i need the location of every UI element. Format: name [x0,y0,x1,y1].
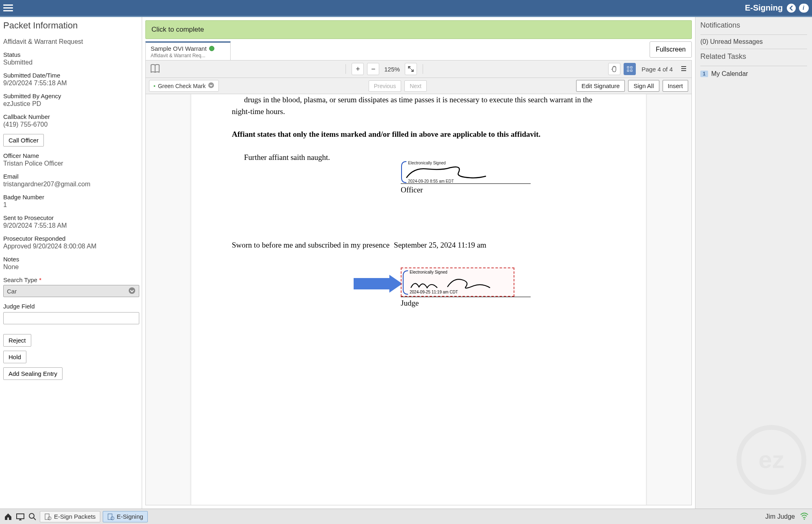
monitor-icon[interactable] [15,512,25,522]
judge-field-input[interactable] [3,312,139,324]
click-to-complete-bar[interactable]: Click to complete [145,20,692,39]
wifi-icon [800,511,809,522]
current-user: Jim Judge [765,513,795,520]
hold-button[interactable]: Hold [3,351,26,363]
unread-messages[interactable]: (0) Unread Messages [700,38,807,45]
task-count-badge: 1 [700,71,708,77]
doc-type-value: Affidavit & Warrant Request [3,38,142,45]
more-menu-icon[interactable] [680,65,687,73]
officer-signature: Electronically Signed 2024-09-20 8:55 am… [401,161,494,183]
submitted-date-label: Submitted Date/Time [3,72,142,79]
chevron-down-icon [208,82,214,90]
submitted-date-value: 9/20/2024 7:55:18 AM [3,80,142,87]
notifications-title: Notifications [700,21,807,30]
zoom-out-button[interactable]: − [367,63,379,75]
info-icon[interactable]: i [799,4,808,13]
svg-point-12 [29,513,34,518]
notes-label: Notes [3,256,142,263]
search-type-value: Car [7,288,17,295]
status-dot-icon [209,46,214,51]
prosecutor-responded-label: Prosecutor Responded [3,235,142,242]
status-label: Status [3,51,142,58]
svg-point-14 [48,517,51,520]
right-panel: Notifications (0) Unread Messages Relate… [695,17,812,509]
back-icon[interactable] [787,4,796,13]
bottom-bar: E-Sign Packets E-Signing Jim Judge [0,509,812,524]
tab-esigning[interactable]: E-Signing [103,511,148,522]
sign-all-button[interactable]: Sign All [628,80,659,92]
email-label: Email [3,173,142,180]
search-icon[interactable] [28,512,37,522]
svg-text:ez: ez [758,446,784,473]
book-icon[interactable] [150,63,160,75]
previous-button[interactable]: Previous [369,80,401,92]
tab-esign-packets[interactable]: E-Sign Packets [40,511,100,522]
submitted-by-value: ezJustice PD [3,100,142,108]
task-my-calendar[interactable]: 1 My Calendar [700,70,807,78]
chevron-down-icon [128,287,136,295]
document-tab[interactable]: Sample OVI Warrant Affidavit & Warrant R… [145,41,231,60]
svg-rect-11 [17,514,24,519]
document-page: drugs in the blood, plasma, or serum dis… [191,94,646,505]
svg-point-16 [111,517,114,520]
judge-sig-timestamp: 2024-09-25 11:19 am CDT [410,289,458,295]
select-tool-icon[interactable] [624,63,636,75]
zoom-level: 125% [382,66,401,73]
doc-tab-subtitle: Affidavit & Warrant Req... [151,53,225,58]
doc-tab-title: Sample OVI Warrant [151,45,207,52]
expand-icon[interactable] [405,63,417,75]
svg-point-8 [208,82,214,88]
svg-rect-5 [681,66,686,67]
zoom-in-button[interactable]: + [352,63,364,75]
document-viewer[interactable]: drugs in the blood, plasma, or serum dis… [145,94,692,505]
judge-esign-label: Electronically Signed [410,269,447,275]
page-indicator: Page 4 of 4 [641,66,673,73]
reject-button[interactable]: Reject [3,334,31,347]
svg-rect-2 [631,67,632,68]
call-officer-button[interactable]: Call Officer [3,134,44,147]
judge-field-label: Judge Field [3,303,142,310]
judge-role-label: Judge [401,298,419,309]
svg-rect-13 [45,514,49,520]
sent-prosecutor-label: Sent to Prosecutor [3,214,142,221]
add-sealing-button[interactable]: Add Sealing Entry [3,367,63,380]
officer-role-label: Officer [401,184,423,196]
svg-point-17 [804,519,805,520]
left-panel: Packet Information Affidavit & Warrant R… [0,17,142,509]
ez-logo-icon: ez [735,423,808,496]
home-icon[interactable] [3,512,13,522]
next-button[interactable]: Next [404,80,427,92]
judge-signature-field[interactable]: Electronically Signed 2024-09-25 11:19 a… [401,267,514,297]
doc-paragraph-2: Affiant states that only the items marke… [232,129,605,140]
packet-info-title: Packet Information [3,20,142,31]
edit-signature-button[interactable]: Edit Signature [576,80,625,92]
svg-rect-1 [627,67,629,68]
svg-rect-7 [681,70,686,71]
svg-rect-3 [627,70,629,71]
signature-toolbar: • Green Check Mark Previous Next Edit Si… [145,78,692,94]
officer-name-label: Officer Name [3,152,142,159]
svg-point-0 [129,287,135,294]
stamp-dropdown[interactable]: • Green Check Mark [149,80,219,92]
badge-value: 1 [3,201,142,209]
submitted-by-label: Submitted By Agency [3,93,142,99]
fullscreen-button[interactable]: Fullscreen [650,41,692,58]
menu-icon[interactable] [3,4,13,11]
top-bar: E-Signing i [0,0,812,17]
insert-button[interactable]: Insert [663,80,689,92]
tab-label: E-Sign Packets [54,513,96,520]
search-type-select[interactable]: Car [3,285,139,297]
task-name: My Calendar [711,70,748,78]
stamp-label: Green Check Mark [158,83,205,89]
doc-paragraph-1: drugs in the blood, plasma, or serum dis… [232,94,605,117]
prosecutor-responded-value: Approved 9/20/2024 8:00:08 AM [3,243,142,250]
search-type-label: Search Type * [3,276,142,283]
callback-label: Callback Number [3,113,142,120]
arrow-icon [354,275,402,293]
hand-tool-icon[interactable] [608,63,620,75]
center-panel: Click to complete Sample OVI Warrant Aff… [142,17,695,509]
notes-value: None [3,263,142,271]
email-value: tristangardner207@gmail.com [3,181,142,188]
esign-label: Electronically Signed [408,160,446,166]
officer-name-value: Tristan Police Officer [3,160,142,167]
